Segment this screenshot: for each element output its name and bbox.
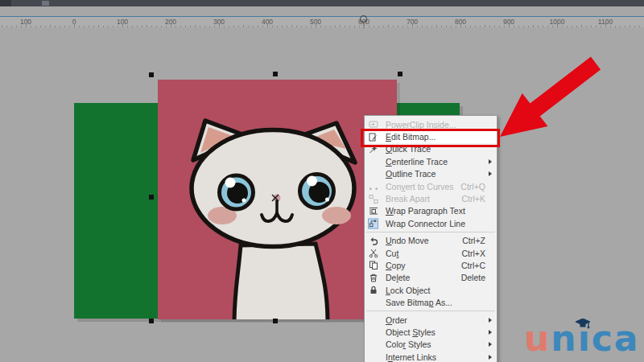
wrap-connector-icon [368, 218, 378, 228]
selection-center-x[interactable] [272, 195, 279, 201]
menu-item-label: PowerClip Inside... [386, 120, 456, 130]
submenu-arrow-icon [489, 171, 492, 176]
menu-item-color-styles[interactable]: Color Styles [365, 339, 497, 351]
menu-item-label: Object Styles [386, 327, 436, 337]
selection-handle[interactable] [398, 72, 402, 76]
menu-item-label: Copy [386, 261, 406, 270]
menu-item-label: Wrap Connector Line [386, 219, 465, 228]
menu-shortcut: Ctrl+Q [460, 182, 485, 191]
menu-item-label: Cut [386, 249, 398, 258]
menu-item-label: Break Apart [386, 194, 430, 204]
menu-item-wrap-connector-line[interactable]: Wrap Connector Line [365, 217, 497, 229]
graduation-cap-icon [575, 319, 591, 329]
menu-item-cut[interactable]: CutCtrl+X [365, 247, 497, 259]
menu-item-delete[interactable]: DeleteDelete [365, 272, 497, 284]
delete-icon [368, 273, 378, 283]
submenu-arrow-icon [489, 318, 492, 323]
selection-handle[interactable] [149, 72, 154, 77]
menu-item-undo-move[interactable]: Undo MoveCtrl+Z [365, 235, 497, 247]
menu-item-object-styles[interactable]: Object Styles [365, 326, 497, 338]
menu-item-lock-object[interactable]: Lock Object [365, 284, 497, 296]
menu-item-label: Convert to Curves [386, 182, 454, 191]
menu-item-label: Outline Trace [386, 169, 436, 179]
convert-curves-icon [368, 181, 378, 191]
break-apart-icon [368, 194, 378, 204]
undo-icon [368, 236, 378, 246]
menu-item-convert-to-curves: Convert to CurvesCtrl+Q [365, 180, 497, 192]
selection-handle[interactable] [273, 72, 278, 76]
menu-item-label: Internet Links [386, 352, 436, 362]
menu-item-centerline-trace[interactable]: Centerline Trace [365, 155, 497, 167]
submenu-arrow-icon [489, 355, 492, 360]
unica-logo: unıca [524, 321, 640, 356]
menu-item-break-apart: Break ApartCtrl+K [365, 192, 497, 204]
menu-shortcut: Delete [461, 273, 485, 282]
menu-item-label: Lock Object [386, 286, 430, 295]
menu-shortcut: Ctrl+X [462, 249, 485, 258]
submenu-arrow-icon [489, 330, 492, 335]
menu-item-save-bitmap-as[interactable]: Save Bitmap As... [365, 296, 497, 308]
menu-item-label: Color Styles [386, 339, 431, 349]
menu-item-label: Order [386, 315, 407, 325]
context-menu: PowerClip Inside...Edit Bitmap...Quick T… [364, 115, 497, 362]
lock-icon [368, 285, 378, 295]
selection-overlay [0, 0, 644, 362]
menu-item-outline-trace[interactable]: Outline Trace [365, 168, 497, 180]
copy-icon [368, 260, 378, 270]
selection-handle[interactable] [149, 195, 154, 200]
submenu-arrow-icon [489, 159, 492, 164]
menu-item-order[interactable]: Order [365, 314, 497, 326]
wrap-paragraph-icon [368, 206, 378, 216]
logo-letter-u: u [524, 321, 551, 356]
highlight-annotation-box [361, 129, 500, 147]
menu-shortcut: Ctrl+C [461, 261, 485, 270]
submenu-arrow-icon [489, 342, 492, 347]
menu-item-label: Centerline Trace [386, 157, 448, 167]
menu-item-label: Wrap Paragraph Text [386, 206, 465, 216]
menu-item-copy[interactable]: CopyCtrl+C [365, 259, 497, 271]
menu-item-label: Undo Move [386, 236, 429, 245]
menu-shortcut: Ctrl+K [462, 194, 485, 204]
menu-item-wrap-paragraph-text[interactable]: Wrap Paragraph Text [365, 205, 497, 217]
menu-shortcut: Ctrl+Z [462, 236, 485, 245]
selection-handle[interactable] [273, 319, 278, 323]
menu-item-internet-links[interactable]: Internet Links [365, 351, 497, 362]
cut-icon [368, 248, 378, 258]
menu-item-label: Delete [386, 273, 410, 282]
selection-handle[interactable] [149, 319, 154, 323]
menu-item-label: Save Bitmap As... [386, 298, 452, 307]
